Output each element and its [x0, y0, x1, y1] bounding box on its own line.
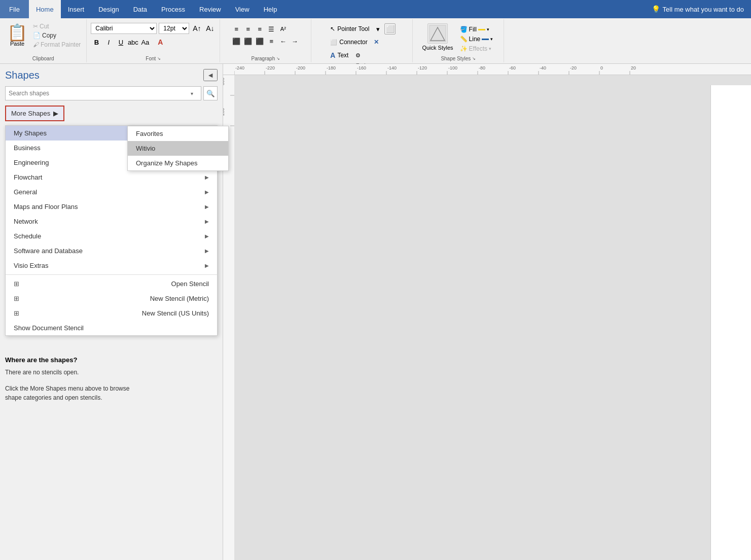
canvas-area[interactable]: -240 -220 -200 -180 -160 -140 -120 -100 [223, 64, 751, 560]
text-tool-button[interactable]: A Text [328, 50, 350, 60]
line-dropdown-icon[interactable]: ▾ [490, 37, 493, 42]
menu-item-open-stencil[interactable]: ⊞ Open Stencil [6, 276, 217, 291]
submenu-witivio[interactable]: Witivio [128, 141, 228, 156]
pointer-tool-button[interactable]: ↖ Pointer Tool [328, 24, 371, 33]
fill-label: Fill [469, 26, 477, 33]
menu-item-show-document-stencil[interactable]: Show Document Stencil [6, 321, 217, 335]
shape-styles-group: Quick Styles 🪣 Fill ▾ 📏 Line ▾ ✨ Effe [413, 19, 504, 62]
superscript-button[interactable]: A² [277, 23, 289, 34]
menu-item-network[interactable]: Network ▶ [6, 214, 217, 229]
font-increase-button[interactable]: A↑ [191, 23, 202, 34]
strikethrough-button[interactable]: abc [127, 37, 138, 48]
tell-me-bar[interactable]: 💡 Tell me what you want to do [645, 0, 751, 18]
font-row-2: B I U abc Aa A [91, 37, 166, 48]
maps-arrow-icon: ▶ [205, 204, 209, 209]
fill-button[interactable]: 🪣 Fill ▾ [458, 25, 495, 33]
justify-button[interactable]: ≡ [266, 36, 277, 47]
menu-item-schedule-label: Schedule [14, 232, 41, 240]
search-button[interactable]: 🔍 [203, 86, 218, 100]
font-color-button[interactable]: A [155, 37, 166, 48]
effects-button[interactable]: ✨ Effects ▾ [458, 45, 495, 53]
case-button[interactable]: Aa [139, 37, 151, 48]
cut-button[interactable]: ✂ Cut [31, 22, 82, 30]
bullet-list-button[interactable]: ☰ [266, 23, 277, 34]
indent-right-button[interactable]: → [289, 36, 300, 47]
connector-row: ⬜ Connector ✕ [328, 37, 378, 48]
align-center-button[interactable]: ≡ [242, 23, 254, 34]
align-right-button[interactable]: ≡ [254, 23, 265, 34]
menu-item-maps[interactable]: Maps and Floor Plans ▶ [6, 199, 217, 214]
ruler-h-svg: -240 -220 -200 -180 -160 -140 -120 -100 [234, 64, 751, 75]
search-dropdown-icon[interactable]: ▾ [191, 91, 198, 96]
font-color-a: A [158, 38, 163, 46]
submenu-organize[interactable]: Organize My Shapes [128, 156, 228, 170]
tab-help[interactable]: Help [257, 0, 284, 18]
ribbon-toolbar: 📋 Paste ✂ Cut 📄 Copy 🖌 Format Painter [0, 18, 751, 64]
menu-item-engineering-label: Engineering [14, 159, 49, 166]
menu-item-visio[interactable]: Visio Extras ▶ [6, 258, 217, 273]
tab-view[interactable]: View [228, 0, 257, 18]
align-top-button[interactable]: ⬛ [231, 36, 242, 47]
tab-data[interactable]: Data [126, 0, 154, 18]
open-stencil-icon: ⊞ [14, 280, 19, 288]
font-group: Calibri 12pt A↑ A↓ B I U abc Aa A [87, 19, 220, 62]
font-size-select[interactable]: 12pt [159, 23, 189, 34]
tab-design[interactable]: Design [91, 0, 126, 18]
menu-item-software[interactable]: Software and Database ▶ [6, 243, 217, 258]
tab-process[interactable]: Process [154, 0, 192, 18]
shape-styles-expand-icon[interactable]: ↘ [472, 56, 476, 61]
indent-left-button[interactable]: ← [277, 36, 289, 47]
format-painter-button[interactable]: 🖌 Format Painter [31, 41, 82, 49]
connector-button[interactable]: ⬜ Connector [328, 38, 369, 47]
copy-button[interactable]: 📄 Copy [31, 31, 82, 40]
font-decrease-button[interactable]: A↓ [204, 23, 216, 34]
font-expand-icon[interactable]: ↘ [157, 56, 161, 61]
italic-button[interactable]: I [103, 37, 114, 48]
drawing-canvas[interactable] [234, 75, 751, 560]
underline-button[interactable]: U [115, 37, 126, 48]
collapse-panel-button[interactable]: ◄ [203, 69, 218, 81]
tab-file[interactable]: File [0, 0, 29, 18]
search-row: ▾ 🔍 [5, 86, 218, 100]
quick-styles-button[interactable]: Quick Styles [422, 23, 453, 51]
effects-icon: ✨ [460, 45, 468, 52]
menu-item-flowchart[interactable]: Flowchart ▶ [6, 170, 217, 185]
menu-item-schedule[interactable]: Schedule ▶ [6, 229, 217, 243]
align-mid-button[interactable]: ⬛ [242, 36, 254, 47]
menu-item-new-stencil-us[interactable]: ⊞ New Stencil (US Units) [6, 306, 217, 321]
menu-item-new-stencil-us-label: New Stencil (US Units) [142, 309, 209, 317]
pointer-tool-square[interactable]: ⬜ [384, 23, 396, 34]
menu-item-visio-label: Visio Extras [14, 262, 48, 269]
svg-text:-120: -120 [418, 65, 427, 71]
tell-me-text: Tell me what you want to do [663, 6, 744, 13]
tab-insert[interactable]: Insert [61, 0, 92, 18]
svg-text:-140: -140 [387, 65, 397, 71]
align-bot-button[interactable]: ⬛ [254, 36, 265, 47]
line-button[interactable]: 📏 Line ▾ [458, 35, 495, 43]
effects-dropdown-icon[interactable]: ▾ [489, 46, 491, 51]
font-label: Font ↘ [146, 55, 161, 61]
more-shapes-button[interactable]: More Shapes ▶ [5, 106, 64, 121]
text-tool-row: A Text ⚙ [328, 49, 364, 62]
paste-button[interactable]: 📋 Paste [4, 22, 30, 49]
menu-item-general[interactable]: General ▶ [6, 185, 217, 199]
paste-icon: 📋 [7, 24, 27, 41]
connector-icon: ⬜ [330, 39, 337, 46]
svg-text:20: 20 [631, 65, 636, 71]
text-tool-sub[interactable]: ⚙ [352, 50, 364, 61]
tab-review[interactable]: Review [192, 0, 228, 18]
bold-button[interactable]: B [91, 37, 102, 48]
menu-item-new-stencil-metric[interactable]: ⊞ New Stencil (Metric) [6, 291, 217, 306]
paste-label: Paste [10, 41, 24, 47]
pointer-tool-dropdown[interactable]: ▾ [373, 23, 382, 34]
align-left-button[interactable]: ≡ [231, 23, 242, 34]
font-family-select[interactable]: Calibri [91, 23, 157, 34]
search-input[interactable] [9, 90, 191, 97]
fill-dropdown-icon[interactable]: ▾ [487, 27, 489, 32]
pointer-tool-row: ↖ Pointer Tool ▾ ⬜ [328, 22, 396, 36]
paragraph-expand-icon[interactable]: ↘ [276, 56, 280, 61]
svg-text:-40: -40 [540, 65, 546, 71]
tab-home[interactable]: Home [29, 0, 61, 18]
para-indent-row: ⬛ ⬛ ⬛ ≡ ← → [231, 36, 300, 47]
submenu-favorites[interactable]: Favorites [128, 126, 228, 141]
